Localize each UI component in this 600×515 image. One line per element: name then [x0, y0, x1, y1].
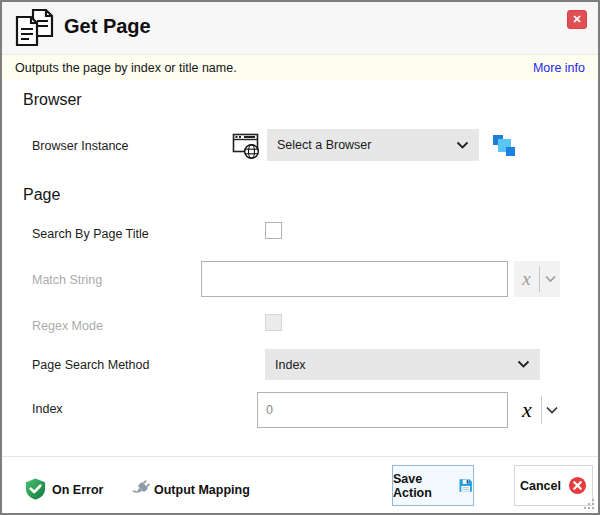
match-string-label: Match String	[32, 273, 102, 287]
more-info-link[interactable]: More info	[533, 61, 585, 75]
close-icon: ✕	[572, 13, 581, 26]
regex-mode-label: Regex Mode	[32, 319, 103, 333]
chevron-down-icon	[456, 141, 469, 150]
chevron-down-icon[interactable]	[545, 275, 556, 283]
shield-check-icon	[24, 477, 47, 501]
output-mapping-button[interactable]: Output Mapping	[154, 483, 250, 497]
browser-instance-label: Browser Instance	[32, 139, 129, 153]
browser-section-heading: Browser	[23, 91, 82, 109]
page-search-method-value: Index	[275, 358, 306, 372]
regex-mode-checkbox	[265, 314, 282, 331]
match-string-variable-group[interactable]: x	[514, 261, 560, 297]
dialog-title: Get Page	[64, 15, 151, 38]
cancel-x-icon	[568, 476, 587, 495]
divider	[541, 396, 542, 424]
index-label: Index	[32, 402, 63, 416]
variable-picker-icon[interactable]	[491, 132, 518, 159]
browser-dropdown[interactable]: Select a Browser	[267, 129, 479, 161]
get-page-icon	[12, 7, 58, 49]
page-section-heading: Page	[23, 186, 60, 204]
chevron-down-icon	[517, 360, 530, 369]
get-page-dialog: Get Page ✕ Outputs the page by index or …	[0, 0, 600, 515]
on-error-button[interactable]: On Error	[52, 483, 103, 497]
resize-grip[interactable]	[582, 497, 596, 511]
search-by-page-title-checkbox[interactable]	[265, 222, 282, 239]
match-string-input[interactable]	[201, 261, 508, 297]
chevron-down-icon	[546, 406, 558, 414]
plug-icon	[131, 478, 152, 499]
close-button[interactable]: ✕	[567, 10, 587, 29]
cancel-label: Cancel	[520, 479, 561, 493]
page-search-method-label: Page Search Method	[32, 358, 149, 372]
footer-divider	[2, 456, 598, 457]
index-variable-chevron[interactable]	[543, 392, 561, 428]
info-bar: Outputs the page by index or title name.…	[2, 54, 598, 80]
save-action-button[interactable]: Save Action	[392, 465, 474, 506]
variable-x-icon[interactable]: x	[514, 392, 540, 428]
index-input[interactable]	[257, 392, 508, 428]
floppy-disk-icon	[458, 476, 473, 495]
page-search-method-dropdown[interactable]: Index	[265, 349, 540, 380]
browser-dropdown-value: Select a Browser	[277, 138, 371, 152]
dialog-subtitle: Outputs the page by index or title name.	[15, 61, 237, 75]
variable-x-icon[interactable]: x	[514, 268, 539, 290]
save-action-label: Save Action	[393, 472, 451, 500]
browser-window-icon	[232, 130, 261, 160]
search-by-page-title-label: Search By Page Title	[32, 227, 149, 241]
